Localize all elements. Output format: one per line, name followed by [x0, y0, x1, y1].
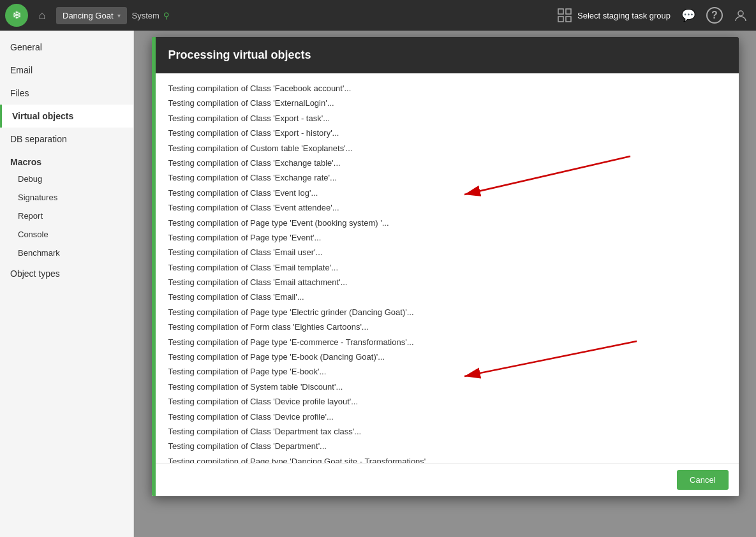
sidebar-item-email[interactable]: Email [0, 59, 133, 82]
log-line: Testing compilation of System table 'Dis… [168, 379, 729, 394]
sidebar: General Email Files Virtual objects DB s… [0, 31, 134, 537]
log-line: Testing compilation of Custom table 'Exo… [168, 141, 729, 156]
log-line: Testing compilation of Class 'Email'... [168, 290, 729, 304]
log-line: Testing compilation of Class 'Email user… [168, 245, 729, 260]
site-name: Dancing Goat [63, 11, 114, 20]
main-layout: General Email Files Virtual objects DB s… [0, 31, 756, 537]
help-icon[interactable]: ? [706, 7, 723, 24]
modal-body[interactable]: Testing compilation of Class 'Facebook a… [152, 73, 739, 463]
sidebar-item-debug[interactable]: Debug [0, 170, 133, 188]
sidebar-item-console[interactable]: Console [0, 225, 133, 244]
log-line: Testing compilation of Form class 'Eight… [168, 320, 729, 334]
log-line: Testing compilation of Class 'Device pro… [168, 409, 729, 424]
log-line: Testing compilation of Class 'Event log'… [168, 186, 729, 200]
sidebar-item-benchmark[interactable]: Benchmark [0, 244, 133, 262]
sidebar-item-report[interactable]: Report [0, 207, 133, 225]
breadcrumb: System ⚲ [132, 11, 170, 20]
chat-icon[interactable]: 💬 [678, 5, 699, 26]
pin-icon: ⚲ [163, 11, 170, 20]
log-line: Testing compilation of Class 'Exchange t… [168, 156, 729, 170]
modal-progress-bar [152, 37, 156, 496]
svg-rect-3 [566, 17, 571, 22]
svg-rect-1 [566, 9, 571, 14]
log-line: Testing compilation of Class 'Export - h… [168, 126, 729, 140]
modal-footer: Cancel [152, 463, 739, 496]
log-line: Testing compilation of Page type 'E-book… [168, 349, 729, 364]
sidebar-item-files[interactable]: Files [0, 82, 133, 105]
sidebar-item-object-types[interactable]: Object types [0, 262, 133, 285]
log-line: Testing compilation of Class 'Export - t… [168, 111, 729, 126]
log-line: Testing compilation of Page type 'Event'… [168, 230, 729, 245]
user-icon[interactable] [730, 5, 751, 26]
topbar-right: Select staging task group 💬 ? [557, 5, 751, 26]
svg-point-4 [738, 11, 743, 16]
snowflake-icon[interactable]: ❄ [5, 4, 28, 27]
sidebar-item-general[interactable]: General [0, 36, 133, 59]
breadcrumb-text: System [132, 11, 159, 20]
staging-task-group-button[interactable]: Select staging task group [557, 8, 671, 23]
topbar: ❄ ⌂ Dancing Goat ▾ System ⚲ Select stagi… [0, 0, 756, 31]
log-line: Testing compilation of Page type 'Dancin… [168, 454, 729, 463]
log-line: Testing compilation of Page type 'Event … [168, 216, 729, 230]
log-container: Testing compilation of Class 'Facebook a… [168, 81, 729, 463]
modal-overlay: Processing virtual objects Testing compi… [134, 31, 756, 537]
log-line: Testing compilation of Page type 'E-comm… [168, 335, 729, 349]
log-line: Testing compilation of Class 'Event atte… [168, 200, 729, 215]
home-icon[interactable]: ⌂ [31, 4, 54, 27]
log-line: Testing compilation of Class 'Department… [168, 424, 729, 439]
svg-rect-0 [558, 9, 563, 14]
staging-label: Select staging task group [577, 11, 671, 20]
cancel-button[interactable]: Cancel [677, 470, 728, 490]
log-line: Testing compilation of Class 'Facebook a… [168, 81, 729, 96]
log-line: Testing compilation of Page type 'E-book… [168, 364, 729, 379]
svg-rect-2 [558, 17, 563, 22]
sidebar-item-virtual-objects[interactable]: Virtual objects [0, 105, 133, 128]
site-dropdown-arrow: ▾ [117, 12, 121, 19]
log-line: Testing compilation of Class 'Department… [168, 439, 729, 453]
modal-dialog: Processing virtual objects Testing compi… [152, 37, 739, 496]
sidebar-item-db-separation[interactable]: DB separation [0, 128, 133, 151]
modal-title: Processing virtual objects [168, 48, 311, 61]
site-selector[interactable]: Dancing Goat ▾ [56, 7, 127, 24]
log-line: Testing compilation of Class 'Email atta… [168, 275, 729, 290]
log-line: Testing compilation of Class 'Exchange r… [168, 170, 729, 185]
content-area: Processing virtual objects Testing compi… [134, 31, 756, 537]
log-line: Testing compilation of Class 'ExternalLo… [168, 96, 729, 110]
sidebar-section-macros: Macros [0, 151, 133, 170]
log-line: Testing compilation of Page type 'Electr… [168, 305, 729, 320]
staging-icon [557, 8, 572, 23]
sidebar-item-signatures[interactable]: Signatures [0, 188, 133, 207]
modal-header: Processing virtual objects [152, 37, 739, 73]
log-line: Testing compilation of Class 'Device pro… [168, 394, 729, 409]
log-line: Testing compilation of Class 'Email temp… [168, 260, 729, 275]
